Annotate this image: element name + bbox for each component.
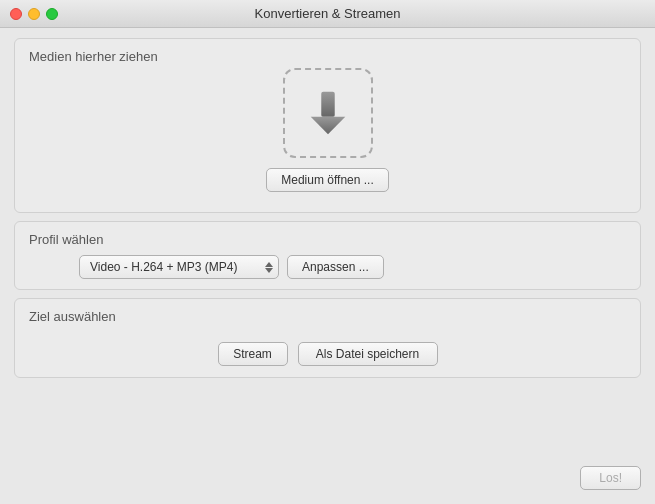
drop-zone[interactable] (283, 68, 373, 158)
profile-section-title: Profil wählen (29, 232, 626, 247)
profile-controls: Video - H.264 + MP3 (MP4)Video - H.265 +… (29, 255, 626, 279)
stream-button[interactable]: Stream (218, 342, 288, 366)
maximize-button[interactable] (46, 8, 58, 20)
destination-buttons: Stream Als Datei speichern (29, 338, 626, 366)
traffic-lights (10, 8, 58, 20)
destination-section: Ziel auswählen Stream Als Datei speicher… (14, 298, 641, 378)
go-button[interactable]: Los! (580, 466, 641, 490)
minimize-button[interactable] (28, 8, 40, 20)
media-section: Medien hierher ziehen Medium öffnen ... (14, 38, 641, 213)
media-section-title: Medien hierher ziehen (29, 49, 158, 64)
close-button[interactable] (10, 8, 22, 20)
customize-button[interactable]: Anpassen ... (287, 255, 384, 279)
drop-arrow-icon (306, 88, 350, 138)
main-content: Medien hierher ziehen Medium öffnen ... … (0, 28, 655, 392)
bottom-bar: Los! (580, 466, 641, 490)
open-media-button[interactable]: Medium öffnen ... (266, 168, 389, 192)
window-title: Konvertieren & Streamen (255, 6, 401, 21)
profile-select-wrapper: Video - H.264 + MP3 (MP4)Video - H.265 +… (79, 255, 279, 279)
profile-section: Profil wählen Video - H.264 + MP3 (MP4)V… (14, 221, 641, 290)
svg-rect-0 (321, 91, 334, 116)
save-as-file-button[interactable]: Als Datei speichern (298, 342, 438, 366)
title-bar: Konvertieren & Streamen (0, 0, 655, 28)
destination-section-title: Ziel auswählen (29, 309, 626, 324)
svg-marker-1 (310, 116, 345, 133)
profile-select[interactable]: Video - H.264 + MP3 (MP4)Video - H.265 +… (79, 255, 279, 279)
